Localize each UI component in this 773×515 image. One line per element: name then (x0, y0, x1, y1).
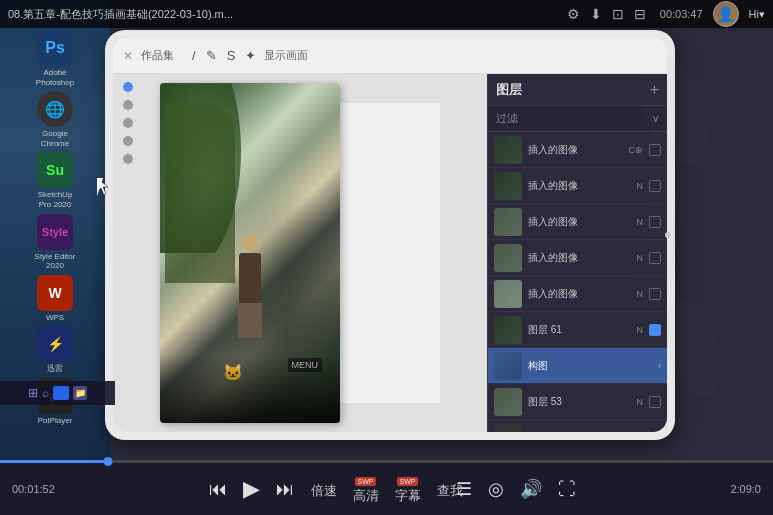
layer-name: 插入的图像 (528, 215, 631, 229)
win-edge-icon[interactable] (53, 386, 69, 400)
top-bar-icons: ⚙ ⬇ ⊡ ⊟ 00:03:47 👤 Hi▾ (567, 1, 765, 27)
avatar[interactable]: 👤 (713, 1, 739, 27)
findme-menu-item[interactable]: 查我 (437, 482, 463, 500)
quality-label: 高清 (353, 487, 379, 505)
volume-button[interactable]: 🔊 (512, 474, 550, 504)
desktop-icon-sketchup[interactable]: Su SketchUpPro 2020 (13, 152, 98, 209)
layer-thumbnail: A (494, 424, 522, 433)
desktop-icon-thunder[interactable]: ⚡ 迅雷 (13, 326, 98, 374)
win-search-icon[interactable]: ⌕ (42, 386, 49, 400)
tool-eraser[interactable]: S (227, 48, 236, 63)
layer-visibility-checkbox[interactable] (649, 396, 661, 408)
layer-item[interactable]: 图层 53N (488, 384, 667, 420)
layer-item[interactable]: 插入的图像N (488, 276, 667, 312)
quality-menu-item[interactable]: SWP 高清 (353, 477, 379, 505)
desktop-icon-wps[interactable]: W WPS (13, 275, 98, 323)
ipad-screen: ✕ 作品集 / ✎ S ✦ 显示画面 (113, 38, 667, 432)
desktop-icons: Ps AdobePhotoshop 🌐 GoogleChrome Su Sket… (0, 30, 110, 426)
windows-taskbar: ⊞ ⌕ 📁 (0, 381, 115, 405)
layers-add-button[interactable]: + (650, 81, 659, 99)
tool-brush[interactable]: ✎ (206, 48, 217, 63)
tool-move[interactable]: ✦ (245, 48, 256, 63)
filter-label: 过滤 (496, 111, 518, 126)
layer-thumbnail (494, 388, 522, 416)
play-button[interactable]: ▶ (235, 472, 268, 506)
layer-visibility-checkbox[interactable] (649, 216, 661, 228)
icon-label-style: Style Editor2020 (35, 252, 76, 271)
ipad-close-btn[interactable]: ✕ (123, 49, 133, 63)
layer-item[interactable]: A总结N (488, 420, 667, 432)
figure-legs (238, 303, 262, 338)
download-icon[interactable]: ⬇ (590, 6, 602, 22)
video-controls: 00:01:52 ⏮ ▶ ⏭ 倍速 SWP 高清 SWP 字幕 (0, 460, 773, 515)
layer-name: 总结 (528, 431, 631, 433)
share-icon[interactable]: ⚙ (567, 6, 580, 22)
layer-visibility-checkbox[interactable] (649, 252, 661, 264)
screen-icon[interactable]: ⊡ (612, 6, 624, 22)
layer-visibility-checkbox[interactable] (649, 432, 661, 433)
desktop-icon-style[interactable]: Style Style Editor2020 (13, 214, 98, 271)
speed-menu-item[interactable]: 倍速 (311, 482, 337, 500)
layer-item[interactable]: 图层 61N (488, 312, 667, 348)
layer-name: 图层 61 (528, 323, 631, 337)
layer-visibility-checkbox[interactable] (649, 288, 661, 300)
desktop-icon-ps[interactable]: Ps AdobePhotoshop (13, 30, 98, 87)
layer-item[interactable]: 插入的图像C⊕ (488, 132, 667, 168)
time-total: 2:09:0 (730, 483, 761, 495)
artwork-canvas: MENU 🐱 (160, 83, 340, 423)
desktop-icon-chrome[interactable]: 🌐 GoogleChrome (13, 91, 98, 148)
tool-dot-1[interactable] (123, 82, 133, 92)
layer-expand-icon[interactable]: › (658, 360, 661, 371)
canvas-area[interactable]: MENU 🐱 (113, 74, 487, 432)
filter-arrow-icon[interactable]: ∨ (652, 113, 659, 124)
layer-thumbnail (494, 352, 522, 380)
bottom-menu: 倍速 SWP 高清 SWP 字幕 查我 (311, 477, 463, 505)
tool-dot-2[interactable] (123, 100, 133, 110)
prev-button[interactable]: ⏮ (201, 475, 235, 504)
danmu-button[interactable]: ◎ (480, 474, 512, 504)
layer-mode: N (637, 217, 644, 227)
win-start-icon[interactable]: ⊞ (28, 386, 38, 400)
tool-dot-5[interactable] (123, 154, 133, 164)
layer-thumbnail (494, 316, 522, 344)
fullscreen-button[interactable]: ⛶ (550, 475, 584, 504)
layer-mode: N (637, 325, 644, 335)
tool-pen[interactable]: / (192, 48, 196, 63)
progress-dot[interactable] (104, 457, 113, 466)
layers-panel: 图层 + 过滤 ∨ 插入的图像C⊕插入的图像N插入的图像N插入的图像N插入的图像… (487, 74, 667, 432)
artwork-figure (238, 235, 262, 338)
layer-item[interactable]: 插入的图像N (488, 168, 667, 204)
tool-dot-3[interactable] (123, 118, 133, 128)
hi-label[interactable]: Hi▾ (749, 8, 765, 21)
layer-visibility-checkbox[interactable] (649, 324, 661, 336)
layer-thumbnail (494, 208, 522, 236)
tool-dot-4[interactable] (123, 136, 133, 146)
layer-visibility-checkbox[interactable] (649, 180, 661, 192)
video-content: Ps AdobePhotoshop 🌐 GoogleChrome Su Sket… (0, 0, 773, 460)
next-button[interactable]: ⏭ (268, 475, 302, 504)
layer-item[interactable]: 插入的图像N (488, 240, 667, 276)
subtitle-menu-item[interactable]: SWP 字幕 (395, 477, 421, 505)
video-title: 08.第五章-配色技巧插画基础(2022-03-10).m... (8, 7, 561, 22)
layer-name: 图层 53 (528, 395, 631, 409)
layer-thumbnail (494, 280, 522, 308)
pip-icon[interactable]: ⊟ (634, 6, 646, 22)
findme-label: 查我 (437, 482, 463, 500)
video-wrapper: 08.第五章-配色技巧插画基础(2022-03-10).m... ⚙ ⬇ ⊡ ⊟… (0, 0, 773, 515)
time-elapsed: 00:01:52 (12, 483, 55, 495)
artwork-shadow (160, 355, 340, 423)
layer-item[interactable]: 构图› (488, 348, 667, 384)
layer-item[interactable]: 插入的图像N (488, 204, 667, 240)
subtitle-badge: SWP (397, 477, 419, 486)
layer-visibility-checkbox[interactable] (649, 144, 661, 156)
icon-label-potplayer: PotPlayer (38, 416, 73, 426)
ipad-tab-label[interactable]: 作品集 (141, 48, 174, 63)
progress-bar[interactable] (0, 460, 773, 463)
mouse-cursor (97, 178, 109, 196)
filter-row: 过滤 ∨ (488, 106, 667, 132)
icon-label-ps: AdobePhotoshop (36, 68, 74, 87)
win-file-icon[interactable]: 📁 (73, 386, 87, 400)
icon-label-wps: WPS (46, 313, 64, 323)
layer-name: 插入的图像 (528, 251, 631, 265)
counter-text: 00:03:47 (660, 8, 703, 20)
